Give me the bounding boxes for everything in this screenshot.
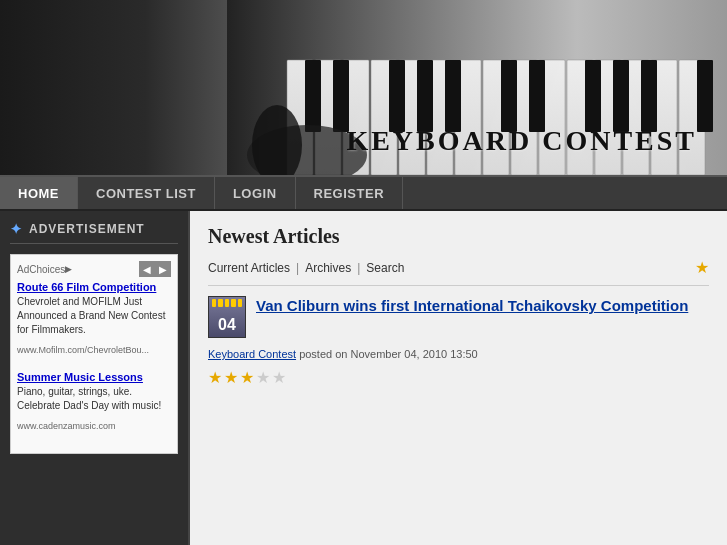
- article-meta: Keyboard Contest posted on November 04, …: [208, 348, 709, 360]
- nav-login[interactable]: LOGIN: [215, 177, 296, 209]
- rss-icon[interactable]: ★: [695, 258, 709, 277]
- ad-container: AdChoices ▶ ◀ ▶ Route 66 Film Competitio…: [10, 254, 178, 454]
- ad1-url: www.Mofilm.com/ChevroletBou...: [17, 345, 171, 355]
- svg-rect-19: [417, 60, 433, 132]
- ad2-text: Piano, guitar, strings, uke. Celebrate D…: [17, 385, 171, 413]
- archives-link[interactable]: Archives: [305, 261, 351, 275]
- ad-choices-icon: ▶: [65, 264, 72, 274]
- svg-rect-22: [529, 60, 545, 132]
- date-badge-top: [209, 297, 245, 309]
- date-pip-1: [212, 299, 216, 307]
- article-source-link[interactable]: Keyboard Contest: [208, 348, 296, 360]
- sidebar-title: ✦ ADVERTISEMENT: [10, 221, 178, 244]
- date-pip-5: [238, 299, 242, 307]
- article-title-link[interactable]: Van Cliburn wins first International Tch…: [256, 297, 688, 314]
- svg-rect-23: [585, 60, 601, 132]
- search-link[interactable]: Search: [366, 261, 404, 275]
- star-3[interactable]: ★: [240, 368, 254, 387]
- ad-header: AdChoices ▶ ◀ ▶: [17, 261, 171, 277]
- date-pip-3: [225, 299, 229, 307]
- svg-rect-26: [697, 60, 713, 132]
- svg-rect-21: [501, 60, 517, 132]
- ad-next-button[interactable]: ▶: [155, 261, 171, 277]
- sidebar-title-label: ADVERTISEMENT: [29, 222, 145, 236]
- article-date-badge: 04: [208, 296, 246, 338]
- article-rating[interactable]: ★ ★ ★ ★ ★: [208, 368, 709, 387]
- date-pip-4: [231, 299, 235, 307]
- date-pip-2: [218, 299, 222, 307]
- svg-rect-25: [641, 60, 657, 132]
- site-header: KEYBOARD CONTEST: [0, 0, 727, 175]
- article-item: 04 Van Cliburn wins first International …: [208, 296, 709, 338]
- ad-choices-label: AdChoices: [17, 264, 65, 275]
- section-title: Newest Articles: [208, 225, 709, 248]
- nav-sep-1: |: [296, 261, 299, 275]
- nav-contest-list[interactable]: CONTEST LIST: [78, 177, 215, 209]
- ad-prev-button[interactable]: ◀: [139, 261, 155, 277]
- article-title-container: Van Cliburn wins first International Tch…: [256, 296, 688, 316]
- nav-home[interactable]: HOME: [0, 177, 78, 209]
- nav-sep-2: |: [357, 261, 360, 275]
- articles-nav: Current Articles | Archives | Search ★: [208, 258, 709, 286]
- main-nav: HOME CONTEST LIST LOGIN REGISTER: [0, 175, 727, 211]
- star-4[interactable]: ★: [256, 368, 270, 387]
- sidebar: ✦ ADVERTISEMENT AdChoices ▶ ◀ ▶ Route 66…: [0, 211, 190, 545]
- ad1-text: Chevrolet and MOFILM Just Announced a Br…: [17, 295, 171, 337]
- article-date-number: 04: [218, 317, 236, 333]
- star-2[interactable]: ★: [224, 368, 238, 387]
- ad2-url: www.cadenzamusic.com: [17, 421, 171, 431]
- svg-rect-18: [389, 60, 405, 132]
- svg-rect-20: [445, 60, 461, 132]
- article-posted-text: posted on November 04, 2010 13:50: [299, 348, 478, 360]
- site-title: KEYBOARD CONTEST: [346, 125, 697, 157]
- advertisement-icon: ✦: [10, 221, 23, 237]
- ad1-link[interactable]: Route 66 Film Competition: [17, 281, 171, 293]
- nav-register[interactable]: REGISTER: [296, 177, 403, 209]
- svg-rect-24: [613, 60, 629, 132]
- svg-rect-17: [333, 60, 349, 132]
- star-1[interactable]: ★: [208, 368, 222, 387]
- ad2-link[interactable]: Summer Music Lessons: [17, 371, 171, 383]
- main-content: ✦ ADVERTISEMENT AdChoices ▶ ◀ ▶ Route 66…: [0, 211, 727, 545]
- star-5[interactable]: ★: [272, 368, 286, 387]
- main-content-area: Newest Articles Current Articles | Archi…: [190, 211, 727, 545]
- current-articles-link[interactable]: Current Articles: [208, 261, 290, 275]
- svg-rect-16: [305, 60, 321, 132]
